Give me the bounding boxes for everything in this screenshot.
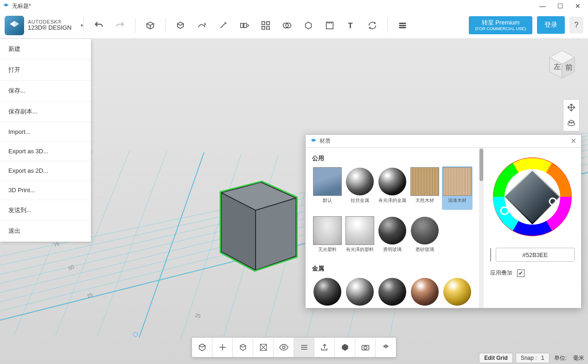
snap-button-status[interactable]: Snap : 1: [516, 353, 550, 363]
view-visibility-button[interactable]: [274, 338, 294, 357]
app-menu-button[interactable]: AUTODESK® 123D® DESIGN ▾: [5, 16, 83, 35]
menu-import[interactable]: Import...: [0, 122, 91, 142]
main-toolbar: AUTODESK® 123D® DESIGN ▾ T 转至 Premium (F…: [0, 12, 588, 39]
svg-rect-2: [262, 21, 265, 24]
sketch-button[interactable]: [174, 19, 187, 32]
text-button[interactable]: T: [345, 19, 358, 32]
materials-scrollbar[interactable]: [479, 148, 484, 308]
menu-exit[interactable]: 退出: [0, 221, 91, 242]
view-pan-button[interactable]: [212, 338, 233, 357]
status-bar: Edit Grid Snap : 1 单位: 毫米: [477, 352, 588, 364]
measure-button[interactable]: [323, 19, 336, 32]
minimize-button[interactable]: —: [539, 2, 546, 10]
menu-export-3d[interactable]: Export as 3D...: [0, 142, 91, 161]
color-swatch: [490, 248, 491, 262]
primitives-button[interactable]: [144, 19, 157, 32]
materials-list: 公用 默认 拉丝金属 有光泽的金属 天然木材 涂漆木材 无光塑料 有光泽的塑料 …: [306, 148, 479, 308]
panel-title: 材质: [320, 137, 570, 145]
maximize-button[interactable]: ☐: [556, 2, 564, 10]
color-hex-input[interactable]: [496, 248, 575, 262]
materials-panel: 材质 ✕ 公用 默认 拉丝金属 有光泽的金属 天然木材 涂漆木材 无光塑料 有光…: [305, 134, 582, 308]
chevron-down-icon: ▾: [81, 23, 83, 28]
overlay-checkbox[interactable]: ✔: [517, 270, 524, 277]
material-natural-wood[interactable]: 天然木材: [409, 166, 440, 210]
view-fit-button[interactable]: [233, 338, 253, 357]
menu-export-2d[interactable]: Export as 2D...: [0, 161, 91, 181]
viewcube[interactable]: 左 前: [545, 48, 579, 82]
materials-button[interactable]: [396, 19, 409, 32]
combine-button[interactable]: [281, 19, 294, 32]
panel-logo-icon: [310, 138, 317, 144]
color-wheel[interactable]: [491, 155, 574, 238]
units-label: 单位:: [552, 354, 569, 362]
material-metal-5[interactable]: [442, 276, 473, 307]
brand-line2: 123D® DESIGN: [28, 25, 71, 31]
edit-grid-button[interactable]: Edit Grid: [479, 353, 513, 363]
section-common: 公用: [312, 154, 476, 163]
svg-point-15: [133, 332, 138, 337]
material-metal-3[interactable]: [377, 276, 408, 307]
menu-send-to[interactable]: 发送到...: [0, 200, 91, 221]
menu-save[interactable]: 保存...: [0, 81, 91, 101]
orbit-button[interactable]: [563, 115, 579, 131]
section-metal: 金属: [312, 264, 476, 273]
svg-rect-4: [262, 26, 265, 29]
units-value: 毫米: [571, 354, 586, 362]
app-logo-mini-icon: [3, 3, 9, 9]
color-picker-panel: 应用叠加 ✔: [484, 148, 581, 308]
material-glossy-plastic[interactable]: 有光泽的塑料: [345, 215, 375, 259]
svg-text:T: T: [348, 21, 353, 29]
material-default[interactable]: 默认: [312, 166, 343, 210]
convert-button[interactable]: [366, 19, 379, 32]
svg-point-37: [364, 346, 367, 350]
help-button[interactable]: ?: [569, 17, 583, 33]
file-menu: 新建 打开 保存... 保存副本... Import... Export as …: [0, 39, 91, 242]
close-button[interactable]: ✕: [574, 2, 582, 10]
overlay-label: 应用叠加: [490, 269, 512, 277]
material-glossy-metal[interactable]: 有光泽的金属: [377, 166, 408, 210]
menu-save-copy[interactable]: 保存副本...: [0, 101, 91, 122]
svg-rect-3: [267, 21, 269, 24]
material-metal-2[interactable]: [345, 276, 375, 307]
svg-text:左: 左: [554, 62, 561, 70]
login-button[interactable]: 登录: [537, 16, 565, 34]
menu-open[interactable]: 打开: [0, 60, 91, 81]
material-clear-glass[interactable]: 透明玻璃: [377, 215, 408, 259]
view-home-button[interactable]: [192, 338, 212, 357]
svg-rect-1: [244, 23, 247, 27]
grouping-button[interactable]: [259, 19, 272, 32]
material-metal-4[interactable]: [409, 276, 440, 307]
premium-button[interactable]: 转至 Premium (FOR COMMERCIAL USE): [469, 16, 532, 34]
material-frosted-glass[interactable]: 磨砂玻璃: [409, 215, 440, 259]
view-camera-button[interactable]: [355, 338, 376, 357]
svg-rect-5: [267, 26, 269, 29]
view-share-button[interactable]: [314, 338, 335, 357]
material-metal-1[interactable]: [312, 276, 343, 307]
navigation-tools: [563, 99, 580, 132]
menu-3d-print[interactable]: 3D Print...: [0, 181, 91, 200]
svg-point-35: [282, 346, 285, 349]
pan-button[interactable]: [563, 100, 579, 115]
svg-text:前: 前: [565, 63, 573, 71]
svg-rect-0: [241, 23, 243, 27]
material-matte-plastic[interactable]: 无光塑料: [312, 215, 343, 259]
window-title: 无标题*: [12, 2, 539, 10]
view-layers-button[interactable]: [294, 338, 314, 357]
snap-button[interactable]: [302, 19, 315, 32]
svg-text:25: 25: [195, 312, 201, 319]
modify-button[interactable]: [217, 19, 230, 32]
view-solid-button[interactable]: [335, 338, 355, 357]
material-brushed-metal[interactable]: 拉丝金属: [345, 166, 375, 210]
view-wireframe-button[interactable]: [253, 338, 274, 357]
undo-button[interactable]: [92, 19, 105, 32]
panel-close-button[interactable]: ✕: [570, 137, 576, 145]
cube-object[interactable]: [213, 165, 301, 276]
pattern-button[interactable]: [238, 19, 251, 32]
titlebar: 无标题* — ☐ ✕: [0, 0, 588, 12]
material-painted-wood[interactable]: 涂漆木材: [442, 166, 473, 210]
construct-button[interactable]: [195, 19, 208, 32]
menu-new[interactable]: 新建: [0, 39, 91, 60]
view-logo-button[interactable]: [376, 338, 396, 357]
bottom-toolbar: [192, 337, 396, 358]
redo-button[interactable]: [114, 19, 127, 32]
